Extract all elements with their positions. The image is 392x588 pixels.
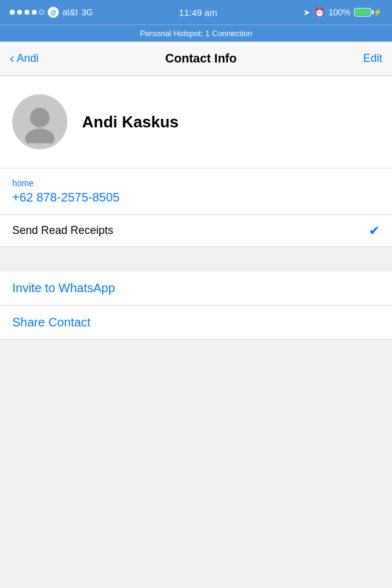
signal-dot-5 [39, 10, 44, 15]
signal-dot-1 [10, 10, 15, 15]
back-label: Andi [17, 52, 39, 65]
svg-point-1 [25, 129, 55, 143]
status-right: ➤ ⏰ 100% ⚡ [303, 7, 382, 17]
nav-bar: ‹ Andi Contact Info Edit [0, 42, 392, 76]
invite-whatsapp-button[interactable]: Invite to WhatsApp [0, 271, 392, 306]
alarm-icon: ⏰ [314, 7, 325, 17]
contact-name: Andi Kaskus [82, 113, 179, 132]
carrier-icon: @ [48, 7, 59, 18]
svg-point-0 [30, 108, 50, 127]
phone-number[interactable]: +62 878-2575-8505 [12, 190, 380, 205]
back-button[interactable]: ‹ Andi [10, 52, 39, 66]
status-bar: @ at&t 3G 11:49 am ➤ ⏰ 100% ⚡ [0, 0, 392, 24]
phone-section: home +62 878-2575-8505 [0, 168, 392, 215]
battery-shell [354, 8, 371, 17]
status-time: 11:49 am [179, 7, 217, 18]
invite-label: Invite to WhatsApp [12, 281, 115, 295]
share-contact-button[interactable]: Share Contact [0, 306, 392, 340]
hotspot-bar: Personal Hotspot: 1 Connection [0, 24, 392, 42]
battery-indicator: ⚡ [354, 8, 382, 17]
battery-percent: 100% [328, 7, 350, 17]
signal-dot-3 [24, 10, 29, 15]
read-receipts-row[interactable]: Send Read Receipts ✔ [0, 215, 392, 247]
hotspot-label: Personal Hotspot: 1 Connection [140, 29, 252, 38]
carrier-label: at&t [62, 7, 78, 17]
chevron-left-icon: ‹ [10, 52, 14, 66]
signal-dots [10, 10, 44, 15]
status-left: @ at&t 3G [10, 7, 93, 18]
share-label: Share Contact [12, 315, 91, 330]
avatar-icon [18, 100, 61, 143]
avatar [12, 94, 67, 149]
read-receipts-label: Send Read Receipts [12, 224, 113, 237]
section-spacer [0, 247, 392, 271]
signal-dot-2 [17, 10, 22, 15]
phone-label: home [12, 178, 380, 188]
location-icon: ➤ [303, 7, 311, 17]
edit-button[interactable]: Edit [363, 52, 382, 65]
contact-header: Andi Kaskus [0, 76, 392, 168]
signal-dot-4 [32, 10, 37, 15]
network-label: 3G [81, 7, 93, 17]
battery-fill [355, 9, 370, 15]
checkmark-icon: ✔ [369, 223, 380, 239]
page-title: Contact Info [165, 51, 237, 66]
charging-icon: ⚡ [373, 8, 382, 17]
